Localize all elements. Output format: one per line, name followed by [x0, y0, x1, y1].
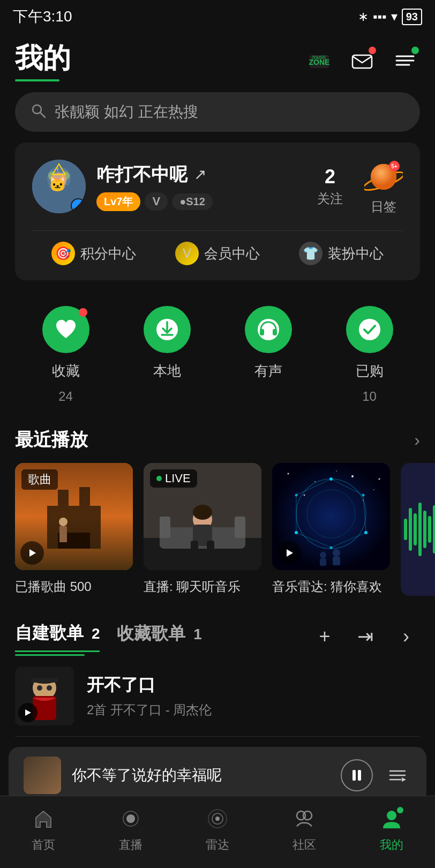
recent-play-arrow[interactable]: › — [414, 430, 420, 450]
following-stat[interactable]: 2 关注 — [317, 166, 343, 207]
avatar-badge — [71, 198, 86, 213]
local-button[interactable]: 本地 — [144, 306, 191, 404]
search-bar[interactable]: 张靓颖 如幻 正在热搜 — [15, 92, 420, 132]
download-icon — [144, 306, 191, 353]
svg-marker-94 — [402, 777, 406, 782]
svg-point-47 — [193, 505, 212, 520]
svg-text:🐱: 🐱 — [48, 175, 67, 193]
profile-info: 咋打不中呢 ↗ Lv7年 V ●S12 — [96, 162, 213, 211]
menu-button[interactable] — [390, 46, 420, 76]
export-icon[interactable]: ↗ — [194, 166, 206, 183]
title-underline — [15, 79, 59, 81]
song-label: 歌曲 — [21, 469, 58, 490]
points-center-button[interactable]: 🎯 积分中心 — [51, 242, 136, 265]
tab-custom-label: 自建歌单 — [15, 623, 84, 642]
favorites-button[interactable]: 收藏 24 — [42, 306, 89, 404]
profile-actions: 🎯 积分中心 V 会员中心 👕 装扮中心 — [32, 230, 403, 265]
svg-point-56 — [336, 470, 337, 472]
svg-rect-27 — [273, 329, 277, 335]
home-icon — [29, 805, 57, 833]
dress-label: 装扮中心 — [328, 244, 384, 263]
svg-point-53 — [304, 495, 305, 496]
purchased-button[interactable]: 已购 10 — [346, 306, 393, 404]
following-count: 2 — [317, 166, 343, 188]
headphone-icon — [245, 306, 292, 353]
play-card-music[interactable]: 音乐 — [401, 463, 435, 596]
search-placeholder: 张靓颖 如幻 正在热搜 — [55, 102, 198, 122]
header: 我的 ZONE music — [0, 31, 435, 88]
svg-text:5+: 5+ — [391, 163, 398, 169]
add-playlist-button[interactable]: + — [311, 623, 339, 650]
checkin-stat[interactable]: 5+ 日签 — [364, 158, 403, 215]
season-badge: ●S12 — [172, 193, 213, 210]
now-playing-controls — [341, 759, 411, 791]
nav-profile[interactable]: 我的 — [378, 805, 406, 853]
play-thumb-live: LIVE — [144, 463, 261, 570]
signal-icon: ▪▪▪ — [373, 9, 387, 24]
svg-rect-80 — [31, 678, 58, 683]
import-playlist-button[interactable]: ⇥ — [351, 623, 379, 650]
playlist-tabs: 自建歌单 2 收藏歌单 1 + ⇥ › — [0, 611, 435, 652]
svg-rect-41 — [160, 517, 170, 538]
playlist-item-0[interactable]: 开不了口 2首 开不了口 - 周杰伦 — [0, 656, 435, 736]
playlist-play-btn-0[interactable] — [18, 703, 38, 722]
header-icons: ZONE music — [304, 46, 420, 76]
nav-community[interactable]: 社区 — [290, 805, 318, 853]
svg-rect-89 — [352, 770, 356, 781]
more-playlist-button[interactable]: › — [392, 623, 420, 650]
play-card-live[interactable]: LIVE 直播: 聊天听音乐 — [144, 463, 261, 596]
radar-play-btn[interactable] — [278, 541, 301, 565]
following-label: 关注 — [317, 190, 343, 207]
planet-icon: 5+ — [364, 158, 403, 196]
nav-live[interactable]: 直播 — [117, 805, 145, 853]
svg-point-50 — [314, 481, 316, 482]
playlist-subtitle-0: 2首 开不了口 - 周杰伦 — [87, 701, 420, 719]
audio-button[interactable]: 有声 — [245, 306, 292, 404]
member-center-button[interactable]: V 会员中心 — [175, 242, 260, 265]
live-card-title: 直播: 聊天听音乐 — [144, 578, 261, 596]
dress-center-button[interactable]: 👕 装扮中心 — [299, 242, 384, 265]
songs-play-btn[interactable] — [20, 541, 44, 565]
profile-right: 2 关注 — [317, 158, 403, 215]
svg-point-71 — [320, 552, 326, 558]
svg-rect-90 — [358, 770, 361, 781]
bottom-nav: 首页 直播 雷达 社区 — [0, 796, 435, 868]
svg-marker-32 — [79, 487, 90, 506]
quick-actions: 收藏 24 本地 — [0, 295, 435, 419]
recent-play-header: 最近播放 › — [0, 419, 435, 463]
svg-point-82 — [47, 685, 52, 691]
points-label: 积分中心 — [80, 244, 136, 263]
svg-text:!: ! — [57, 167, 58, 174]
music-zone-button[interactable]: ZONE music — [304, 46, 334, 76]
status-bar: 下午3:10 ∗ ▪▪▪ ▾ 93 — [0, 0, 435, 31]
play-card-songs[interactable]: 歌曲 已播歌曲 500 — [15, 463, 133, 596]
radar-card-title: 音乐雷达: 猜你喜欢 — [272, 578, 390, 596]
play-thumb-songs: 歌曲 — [15, 463, 133, 570]
checkin-label: 日签 — [364, 198, 403, 215]
member-icon: V — [175, 242, 199, 265]
svg-rect-45 — [191, 541, 198, 557]
playlist-button[interactable] — [384, 761, 411, 789]
nav-home[interactable]: 首页 — [29, 805, 57, 853]
svg-rect-74 — [333, 557, 340, 565]
bluetooth-icon: ∗ — [358, 9, 369, 24]
tab-custom-playlist[interactable]: 自建歌单 2 — [15, 622, 100, 652]
svg-rect-46 — [207, 541, 214, 557]
member-label: 会员中心 — [204, 244, 260, 263]
local-label: 本地 — [153, 362, 181, 380]
purchased-label: 已购 — [356, 362, 384, 380]
mail-button[interactable] — [347, 46, 377, 76]
nav-radar[interactable]: 雷达 — [204, 805, 231, 853]
profile-card: 🐱 ! 咋打不中呢 ↗ Lv7年 V ●S12 — [15, 143, 420, 280]
tab-collected-label: 收藏歌单 — [117, 624, 185, 643]
play-card-radar[interactable]: 音乐雷达: 猜你喜欢 — [272, 463, 390, 596]
avatar[interactable]: 🐱 ! — [32, 160, 86, 213]
pause-button[interactable] — [341, 759, 373, 791]
check-icon — [346, 306, 393, 353]
wifi-icon: ▾ — [391, 9, 398, 24]
tab-collected-playlist[interactable]: 收藏歌单 1 — [117, 622, 201, 651]
svg-marker-36 — [29, 549, 36, 557]
svg-rect-42 — [235, 517, 245, 538]
svg-line-8 — [40, 113, 45, 117]
svg-rect-26 — [260, 329, 264, 335]
